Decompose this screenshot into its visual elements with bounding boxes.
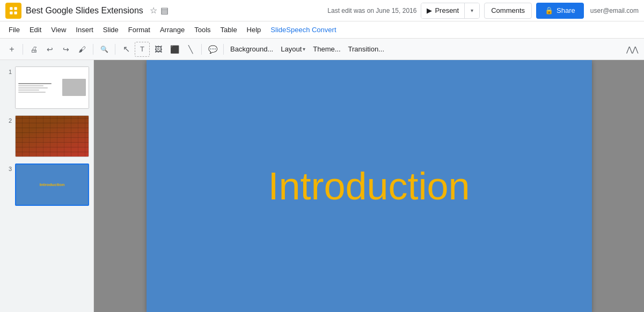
titlebar: Best Google Slides Extensions ☆ ▤ Last e… bbox=[0, 0, 644, 21]
svg-rect-0 bbox=[10, 7, 12, 10]
print-button[interactable]: 🖨 bbox=[26, 42, 41, 57]
slide-number-3: 3 bbox=[4, 164, 12, 172]
theme-dropdown[interactable]: Theme... bbox=[310, 42, 343, 57]
slide-number-1: 1 bbox=[4, 66, 12, 75]
slide-item-1[interactable]: 1 bbox=[0, 64, 93, 111]
shapes-tool[interactable]: ⬛ bbox=[167, 42, 182, 57]
share-icon: 🔒 bbox=[545, 6, 553, 14]
slide-thumb-2[interactable] bbox=[15, 115, 89, 158]
svg-rect-1 bbox=[14, 7, 17, 10]
add-button[interactable]: + bbox=[4, 42, 19, 57]
menu-arrange[interactable]: Arrange bbox=[156, 24, 189, 36]
menu-file[interactable]: File bbox=[4, 24, 24, 36]
present-label: Present bbox=[435, 6, 459, 14]
paint-format-button[interactable]: 🖌 bbox=[75, 42, 90, 57]
svg-rect-2 bbox=[10, 11, 12, 14]
background-dropdown[interactable]: Background... bbox=[227, 42, 276, 57]
image-tool[interactable]: 🖼 bbox=[151, 42, 166, 57]
folder-icon[interactable]: ▤ bbox=[160, 5, 169, 16]
toolbar: + 🖨 ↩ ↪ 🖌 🔍 ↖ T 🖼 ⬛ ╲ 💬 Background... La… bbox=[0, 39, 644, 60]
slide-thumb-1[interactable] bbox=[15, 66, 89, 109]
present-button[interactable]: ▶ Present ▾ bbox=[421, 3, 480, 19]
menu-table[interactable]: Table bbox=[216, 24, 241, 36]
app-icon bbox=[5, 3, 21, 19]
slide-number-2: 2 bbox=[4, 115, 12, 124]
menubar: File Edit View Insert Slide Format Arran… bbox=[0, 21, 644, 39]
user-avatar[interactable]: user@email.com bbox=[590, 7, 639, 14]
separator2 bbox=[93, 44, 93, 55]
slide-main-title: Introduction bbox=[268, 164, 470, 208]
comment-tool[interactable]: 💬 bbox=[205, 42, 220, 57]
slide-item-3[interactable]: 3 Introduction bbox=[0, 161, 93, 208]
star-icon[interactable]: ☆ bbox=[150, 5, 157, 16]
layout-label: Layout bbox=[281, 45, 302, 53]
svg-rect-3 bbox=[14, 11, 17, 14]
share-label: Share bbox=[557, 6, 575, 14]
theme-label: Theme... bbox=[313, 45, 340, 53]
slide-item-2[interactable]: 2 bbox=[0, 113, 93, 160]
collapse-panel-button[interactable]: ⋀⋀ bbox=[625, 42, 640, 57]
zoom-button[interactable]: 🔍 bbox=[97, 42, 112, 57]
present-icon: ▶ bbox=[427, 6, 432, 14]
layout-arrow: ▾ bbox=[303, 46, 305, 52]
separator3 bbox=[115, 44, 115, 55]
separator bbox=[23, 44, 23, 55]
share-button[interactable]: 🔒 Share bbox=[536, 3, 584, 19]
separator4 bbox=[201, 44, 202, 55]
main-area: 1 2 bbox=[0, 60, 644, 312]
undo-button[interactable]: ↩ bbox=[42, 42, 57, 57]
select-tool[interactable]: ↖ bbox=[119, 42, 134, 57]
redo-button[interactable]: ↪ bbox=[58, 42, 74, 57]
slide3-thumb-title: Introduction bbox=[40, 182, 65, 187]
text-tool[interactable]: T bbox=[135, 42, 150, 57]
menu-insert[interactable]: Insert bbox=[71, 24, 98, 36]
menu-view[interactable]: View bbox=[47, 24, 70, 36]
transition-dropdown[interactable]: Transition... bbox=[345, 42, 387, 57]
comments-button[interactable]: Comments bbox=[484, 3, 532, 19]
background-label: Background... bbox=[230, 45, 273, 53]
menu-tools[interactable]: Tools bbox=[190, 24, 215, 36]
menu-slidespeech[interactable]: SlideSpeech Convert bbox=[266, 24, 340, 36]
present-dropdown[interactable]: ▾ bbox=[464, 3, 479, 18]
line-tool[interactable]: ╲ bbox=[183, 42, 198, 57]
transition-label: Transition... bbox=[348, 45, 384, 53]
separator5 bbox=[223, 44, 224, 55]
menu-help[interactable]: Help bbox=[243, 24, 266, 36]
present-main[interactable]: ▶ Present bbox=[421, 3, 464, 18]
menu-edit[interactable]: Edit bbox=[25, 24, 46, 36]
slide-canvas[interactable]: Introduction bbox=[147, 60, 592, 312]
doc-title: Best Google Slides Extensions bbox=[26, 6, 143, 16]
canvas-area[interactable]: Introduction bbox=[94, 60, 644, 312]
menu-format[interactable]: Format bbox=[124, 24, 155, 36]
layout-dropdown[interactable]: Layout ▾ bbox=[277, 42, 309, 57]
last-edit: Last edit was on June 15, 2016 bbox=[327, 7, 416, 14]
header-actions: ▶ Present ▾ Comments 🔒 Share bbox=[421, 3, 583, 19]
menu-slide[interactable]: Slide bbox=[99, 24, 123, 36]
slide-thumb-3[interactable]: Introduction bbox=[15, 164, 89, 206]
title-icons: ☆ ▤ bbox=[150, 5, 169, 16]
slide-panel: 1 2 bbox=[0, 60, 94, 312]
